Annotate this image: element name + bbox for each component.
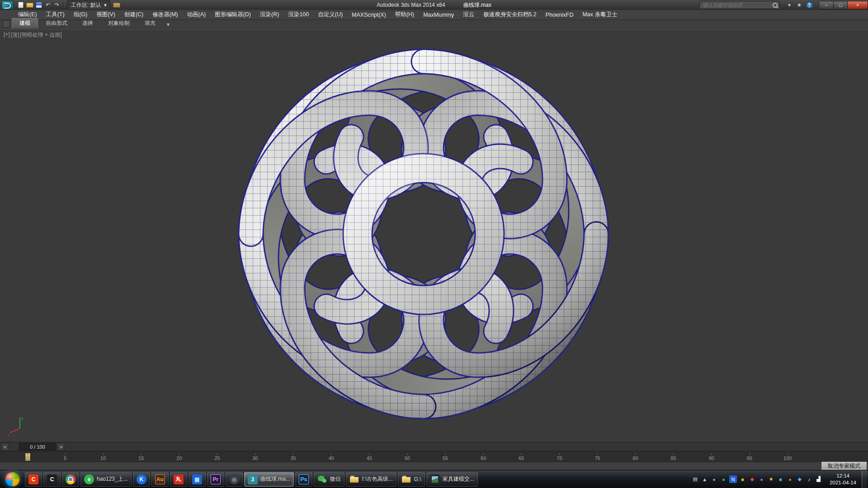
ribbon-tab-4[interactable]: 填充 (137, 19, 163, 28)
taskbar-folder-g[interactable]: G:\ (398, 472, 425, 487)
tick-label: 50 (405, 455, 410, 461)
track-bar[interactable]: 0510152025303540455055606570758085909510… (0, 451, 868, 462)
menu-item-11[interactable]: MAXScript(X) (347, 11, 391, 19)
taskbar-app-tiles[interactable]: ▦ (189, 472, 206, 487)
infocenter-search[interactable] (699, 1, 780, 9)
tray-app-2[interactable]: ● (720, 475, 727, 483)
tick-mark (673, 453, 674, 455)
tray-app-9[interactable]: ● (786, 475, 794, 483)
tray-network[interactable]: ▟ (815, 475, 822, 483)
tray-app-6[interactable]: ● (758, 475, 765, 483)
menu-item-15[interactable]: 极速瘦身安全归档5.2 (479, 10, 541, 19)
help-icon[interactable]: ? (804, 1, 814, 9)
document-title-text: 曲线球.max (463, 1, 491, 9)
search-input[interactable] (702, 2, 771, 9)
tick-mark (483, 453, 484, 455)
tray-language-indicator[interactable]: ▤ (691, 475, 699, 483)
maximize-button[interactable]: □ (834, 1, 848, 9)
start-button[interactable] (1, 470, 24, 488)
tray-expand-arrow[interactable]: ▲ (701, 475, 708, 483)
taskbar-obs[interactable]: ◎ (226, 472, 243, 487)
tray-app-10[interactable]: ◆ (796, 475, 803, 483)
taskbar-app-wan[interactable]: 丸 (170, 472, 187, 487)
tray-app-1[interactable]: ● (710, 475, 718, 483)
ruler-tick-90: 90 (709, 453, 714, 461)
viewport-menu-plus[interactable]: [+] (4, 31, 10, 39)
tick-mark (635, 453, 636, 455)
menu-item-8[interactable]: 渲染(R) (255, 10, 283, 19)
3dsmax-application-window: ↶ ↷ 工作区: 默认 ▾ Autodesk 3ds Max 2014 x64 … (0, 0, 868, 488)
model-wireframe-sphere[interactable] (238, 49, 609, 419)
open-file-icon[interactable] (25, 1, 34, 9)
viewport-top[interactable]: [+] [顶] [明暗处理 + 边面] (0, 29, 868, 442)
tray-volume[interactable]: ♪ (805, 475, 813, 483)
tray-app-7[interactable]: ★ (767, 475, 775, 483)
tick-mark (407, 453, 408, 455)
tray-app-3[interactable]: N (729, 475, 737, 483)
viewport-menu-shading[interactable]: [明暗处理 + 边面] (20, 31, 61, 39)
close-button[interactable]: × (848, 1, 868, 9)
save-file-icon[interactable] (34, 1, 43, 9)
new-file-icon[interactable] (16, 1, 25, 9)
undo-icon[interactable]: ↶ (43, 1, 52, 9)
tick-label: 60 (481, 455, 486, 461)
menu-item-13[interactable]: MaxMummy (419, 11, 458, 19)
taskbar-folder-g-icon (401, 474, 411, 484)
show-desktop-button[interactable] (862, 470, 867, 488)
tick-label: 35 (291, 455, 296, 461)
minimize-button[interactable]: − (820, 1, 834, 9)
menu-item-17[interactable]: Max 杀毒卫士 (578, 10, 622, 19)
ribbon-tab-3[interactable]: 对象绘制 (101, 19, 137, 28)
ribbon-tab-0[interactable]: 建模 (12, 18, 38, 28)
taskbar-photoshop[interactable]: Ps (295, 472, 312, 487)
timeline-ruler-track[interactable]: 0510152025303540455055606570758085909510… (27, 451, 788, 462)
cancel-expert-mode-button[interactable]: 取消专家模式 (821, 461, 867, 471)
next-frame-button[interactable]: > (57, 443, 65, 451)
taskbar-app-tiles-icon: ▦ (192, 474, 202, 484)
tray-app-4[interactable]: ■ (739, 475, 746, 483)
tick-mark (445, 453, 446, 455)
previous-frame-button[interactable]: < (1, 443, 9, 451)
tray-app-5[interactable]: ◆ (748, 475, 756, 483)
search-icon[interactable] (773, 3, 778, 8)
tick-mark (597, 453, 598, 455)
taskbar-hao123[interactable]: ehao123_上... (80, 472, 132, 487)
taskbar-wechat[interactable]: 微信 (314, 472, 344, 487)
taskbar-image-viewer[interactable]: 家具建模交... (426, 472, 478, 487)
menu-item-10[interactable]: 自定义(U) (313, 10, 347, 19)
taskbar-folder-i[interactable]: I:\古色高级... (346, 472, 396, 487)
app-logo-icon[interactable] (2, 1, 14, 9)
menu-item-7[interactable]: 图形编辑器(D) (210, 10, 255, 19)
menu-item-12[interactable]: 帮助(H) (391, 10, 419, 19)
ruler-tick-5: 5 (64, 453, 66, 461)
taskbar-clock[interactable]: 12:14 2021-04-14 (826, 473, 860, 486)
menu-item-9[interactable]: 渲染100 (283, 10, 313, 19)
taskbar-audition[interactable]: Au (151, 472, 169, 487)
tick-mark (521, 453, 522, 455)
taskbar-app-k[interactable]: K (133, 472, 150, 487)
menu-item-14[interactable]: 渲云 (458, 10, 479, 19)
taskbar-folder-i-label: I:\古色高级... (362, 475, 393, 483)
frame-indicator: 0 / 100 (19, 443, 56, 450)
ribbon-options-icon[interactable]: ▾ (163, 20, 173, 28)
viewport-menu-view[interactable]: [顶] (11, 31, 19, 39)
taskbar-app-c-red[interactable]: C (25, 472, 42, 487)
ruler-tick-20: 20 (176, 453, 182, 461)
workspace-selector[interactable]: 工作区: 默认 ▾ (67, 0, 110, 10)
tick-mark (179, 453, 179, 455)
ribbon-tab-1[interactable]: 自由形式 (38, 19, 75, 28)
taskbar-app-c-dark[interactable]: C (43, 472, 61, 487)
taskbar-app-c-dark-icon: C (47, 474, 57, 484)
ribbon-tab-2[interactable]: 选择 (75, 19, 100, 28)
redo-icon[interactable]: ↷ (52, 1, 61, 9)
tray-app-8[interactable]: ■ (777, 475, 784, 483)
communication-center-icon[interactable]: ▾ (784, 1, 794, 9)
ribbon-grip-icon[interactable] (3, 20, 10, 28)
taskbar-premiere[interactable]: Pr (207, 472, 224, 487)
taskbar-chrome[interactable] (62, 472, 79, 487)
menu-item-6[interactable]: 动画(A) (182, 10, 210, 19)
menu-item-16[interactable]: PhoenixFD (541, 11, 578, 19)
taskbar-max-document[interactable]: 3曲线球.ma... (244, 472, 294, 487)
workspace-settings-icon[interactable] (112, 1, 121, 9)
favorites-star-icon[interactable]: ★ (794, 1, 804, 9)
